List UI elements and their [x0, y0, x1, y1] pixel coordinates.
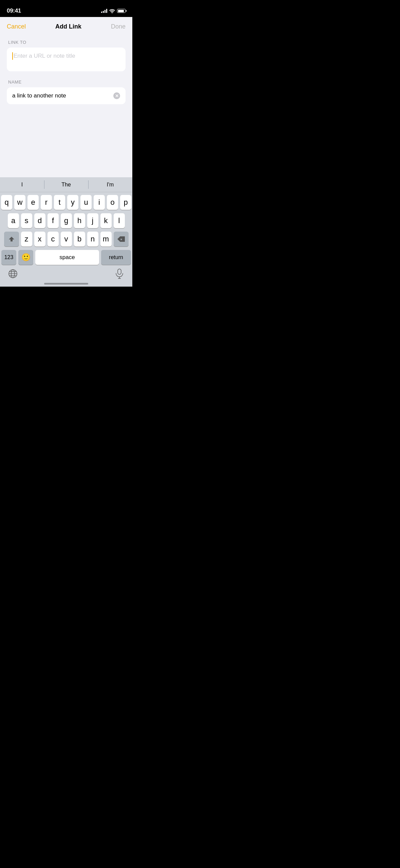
- clear-button[interactable]: ✕: [113, 92, 120, 99]
- space-key[interactable]: space: [35, 250, 99, 265]
- link-to-input-container[interactable]: Enter a URL or note title: [7, 48, 126, 71]
- status-time: 09:41: [7, 7, 21, 14]
- globe-icon[interactable]: [7, 268, 19, 280]
- key-l[interactable]: l: [114, 213, 125, 228]
- return-key[interactable]: return: [101, 250, 131, 265]
- numbers-key[interactable]: 123: [1, 250, 16, 265]
- done-button[interactable]: Done: [111, 23, 126, 30]
- key-u[interactable]: u: [80, 195, 92, 210]
- key-row-4: 123 🙂 space return: [1, 250, 131, 265]
- key-c[interactable]: c: [47, 232, 59, 247]
- autocomplete-item-1[interactable]: The: [44, 177, 88, 192]
- key-x[interactable]: x: [34, 232, 45, 247]
- svg-rect-6: [118, 269, 121, 274]
- sheet-header: Cancel Add Link Done: [0, 17, 132, 34]
- key-h[interactable]: h: [74, 213, 85, 228]
- key-n[interactable]: n: [87, 232, 98, 247]
- key-w[interactable]: w: [14, 195, 25, 210]
- key-v[interactable]: v: [61, 232, 72, 247]
- link-to-label: LINK TO: [7, 40, 126, 45]
- key-d[interactable]: d: [34, 213, 45, 228]
- clear-icon: ✕: [115, 94, 119, 98]
- autocomplete-item-0[interactable]: I: [0, 177, 44, 192]
- key-m[interactable]: m: [100, 232, 112, 247]
- key-row-1: q w e r t y u i o p: [1, 195, 131, 210]
- key-o[interactable]: o: [107, 195, 118, 210]
- key-b[interactable]: b: [74, 232, 85, 247]
- name-input-container[interactable]: a link to another note ✕: [7, 87, 126, 104]
- shift-key[interactable]: [4, 232, 19, 247]
- key-r[interactable]: r: [41, 195, 52, 210]
- emoji-key[interactable]: 🙂: [18, 250, 33, 265]
- key-z[interactable]: z: [21, 232, 32, 247]
- key-row-2: a s d f g h j k l: [1, 213, 131, 228]
- link-to-section: LINK TO Enter a URL or note title: [0, 40, 132, 71]
- sheet-title: Add Link: [55, 23, 81, 30]
- backspace-key[interactable]: [114, 232, 129, 247]
- key-f[interactable]: f: [47, 213, 59, 228]
- key-row-3: z x c v b n m: [1, 232, 131, 247]
- svg-point-0: [112, 13, 113, 13]
- key-y[interactable]: y: [67, 195, 78, 210]
- autocomplete-bar: I The I'm: [0, 177, 132, 192]
- key-q[interactable]: q: [1, 195, 12, 210]
- key-j[interactable]: j: [87, 213, 98, 228]
- home-indicator: [44, 283, 88, 285]
- keyboard: I The I'm q w e r t y u i o p a s: [0, 177, 132, 287]
- key-k[interactable]: k: [100, 213, 112, 228]
- status-bar: 09:41: [0, 0, 132, 17]
- key-rows: q w e r t y u i o p a s d f g h j k: [0, 192, 132, 265]
- autocomplete-item-2[interactable]: I'm: [88, 177, 132, 192]
- key-i[interactable]: i: [94, 195, 105, 210]
- cancel-button[interactable]: Cancel: [7, 23, 26, 30]
- key-g[interactable]: g: [61, 213, 72, 228]
- status-icons: [101, 9, 126, 13]
- microphone-icon[interactable]: [113, 268, 126, 280]
- name-label: NAME: [7, 79, 126, 85]
- key-t[interactable]: t: [54, 195, 65, 210]
- link-to-placeholder: Enter a URL or note title: [14, 52, 75, 60]
- signal-icon: [101, 9, 107, 13]
- text-cursor: [12, 52, 13, 60]
- name-value: a link to another note: [12, 92, 113, 100]
- battery-icon: [117, 9, 126, 13]
- name-section: NAME a link to another note ✕: [0, 79, 132, 104]
- key-a[interactable]: a: [8, 213, 19, 228]
- bottom-bar: [0, 265, 132, 280]
- modal-sheet: Cancel Add Link Done LINK TO Enter a URL…: [0, 17, 132, 287]
- key-p[interactable]: p: [120, 195, 131, 210]
- key-s[interactable]: s: [21, 213, 32, 228]
- wifi-icon: [109, 9, 115, 13]
- key-e[interactable]: e: [27, 195, 39, 210]
